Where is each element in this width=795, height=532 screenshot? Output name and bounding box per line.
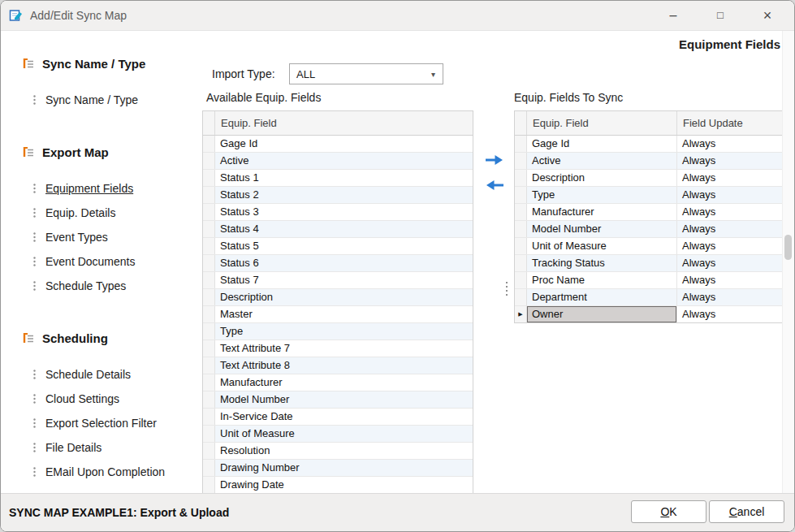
grip-icon[interactable] — [506, 282, 508, 296]
transfer-left-icon — [484, 179, 505, 192]
sync-update-column-header[interactable]: Field Update — [677, 111, 785, 135]
sidebar-item-label: Export Selection Filter — [45, 417, 157, 430]
sync-row[interactable]: ActiveAlways — [515, 153, 785, 170]
available-row[interactable]: Active — [203, 153, 473, 170]
sync-row[interactable]: TypeAlways — [515, 187, 785, 204]
sidebar-item[interactable]: Event Types — [1, 225, 202, 249]
available-row[interactable]: Status 5 — [203, 238, 473, 255]
row-indicator — [515, 289, 527, 305]
row-indicator — [515, 187, 527, 203]
sync-row[interactable]: Tracking StatusAlways — [515, 255, 785, 272]
sidebar-item[interactable]: File Details — [1, 435, 202, 460]
available-row[interactable]: In-Service Date — [203, 409, 473, 426]
equip-field-cell: Tracking Status — [527, 255, 677, 271]
available-row[interactable]: Gage Id — [203, 136, 473, 153]
row-indicator — [515, 238, 527, 254]
available-row[interactable]: Drawing Date — [203, 477, 473, 494]
sidebar-section-header: Export Map — [1, 140, 202, 164]
sync-table-body: Gage IdAlwaysActiveAlwaysDescriptionAlwa… — [515, 136, 785, 323]
row-indicator — [515, 204, 527, 220]
footer-bar: SYNC MAP EXAMPLE1: Export & Upload OK Ca… — [1, 493, 794, 531]
sync-row[interactable]: ManufacturerAlways — [515, 204, 785, 221]
scrollbar-thumb[interactable] — [784, 235, 792, 260]
sync-row[interactable]: Proc NameAlways — [515, 272, 785, 289]
available-row[interactable]: Text Attribute 8 — [203, 357, 473, 374]
header-indicator-cell — [203, 111, 215, 135]
row-indicator — [203, 374, 215, 391]
sync-row[interactable]: DepartmentAlways — [515, 289, 785, 306]
move-right-button[interactable] — [483, 154, 506, 168]
sidebar-item-label: Equip. Details — [45, 206, 115, 219]
available-row[interactable]: Manufacturer — [203, 374, 473, 391]
minimize-icon[interactable]: – — [650, 1, 697, 30]
sync-row[interactable]: Unit of MeasureAlways — [515, 238, 785, 255]
sidebar-item[interactable]: Export Selection Filter — [1, 411, 202, 435]
sidebar-item[interactable]: Schedule Types — [1, 274, 202, 298]
tree-item-icon — [32, 417, 37, 429]
sync-table-caption: Equip. Fields To Sync — [514, 91, 623, 109]
sync-row[interactable]: DescriptionAlways — [515, 170, 785, 187]
available-row[interactable]: Text Attribute 7 — [203, 340, 473, 357]
row-indicator — [203, 255, 215, 271]
available-column-header[interactable]: Equip. Field — [215, 111, 473, 135]
panel-title: Equipment Fields — [679, 37, 780, 51]
available-row[interactable]: Status 2 — [203, 187, 473, 204]
ok-button[interactable]: OK — [631, 500, 706, 523]
equip-field-cell: Manufacturer — [215, 374, 473, 391]
import-type-dropdown[interactable]: ALL ▾ — [289, 63, 443, 84]
row-indicator — [515, 136, 527, 152]
available-row[interactable]: Type — [203, 323, 473, 340]
row-indicator — [203, 477, 215, 493]
available-row[interactable]: Unit of Measure — [203, 426, 473, 443]
tree-section-icon — [23, 146, 35, 158]
sync-field-column-header[interactable]: Equip. Field — [527, 111, 677, 135]
sidebar-item[interactable]: Cloud Settings — [1, 387, 202, 411]
sidebar-item-label: Event Types — [45, 231, 108, 244]
equip-field-cell: Status 4 — [215, 221, 473, 237]
available-row[interactable]: Status 4 — [203, 221, 473, 238]
dropdown-caret-icon: ▾ — [431, 70, 443, 79]
sidebar-item-label: Cloud Settings — [45, 392, 119, 405]
available-row[interactable]: Status 7 — [203, 272, 473, 289]
sidebar-item[interactable]: Equip. Details — [1, 201, 202, 225]
field-update-cell: Always — [677, 204, 785, 220]
available-table-header: Equip. Field — [203, 111, 473, 136]
row-indicator — [203, 323, 215, 340]
sync-row[interactable]: Model NumberAlways — [515, 221, 785, 238]
cancel-button[interactable]: Cancel — [709, 500, 784, 523]
titlebar: Add/Edit Sync Map – □ × — [1, 1, 794, 31]
available-row[interactable]: Model Number — [203, 391, 473, 409]
sidebar-item[interactable]: EMail Upon Completion — [1, 460, 202, 484]
move-left-button[interactable] — [483, 179, 506, 193]
tree-item-icon — [32, 369, 37, 380]
row-indicator — [515, 272, 527, 288]
sidebar-item-label: EMail Upon Completion — [45, 465, 165, 478]
close-icon[interactable]: × — [744, 1, 791, 30]
field-update-cell: Always — [677, 272, 785, 288]
equip-field-cell: Text Attribute 7 — [215, 340, 473, 357]
maximize-icon[interactable]: □ — [697, 1, 744, 30]
available-row[interactable]: Status 3 — [203, 204, 473, 221]
available-row[interactable]: Status 1 — [203, 170, 473, 187]
equip-field-cell: Description — [527, 170, 677, 186]
equip-field-cell: Resolution — [215, 443, 473, 459]
field-update-cell: Always — [677, 136, 785, 152]
available-row[interactable]: Master — [203, 306, 473, 323]
available-row[interactable]: Status 6 — [203, 255, 473, 272]
vertical-scrollbar[interactable] — [782, 31, 794, 493]
status-text: SYNC MAP EXAMPLE1: Export & Upload — [9, 494, 229, 531]
sync-row[interactable]: ▶OwnerAlways — [515, 306, 785, 323]
sidebar-item[interactable]: Event Documents — [1, 249, 202, 274]
available-row[interactable]: Description — [203, 289, 473, 306]
equip-field-cell: Master — [215, 306, 473, 322]
equip-field-cell: Type — [527, 187, 677, 203]
sidebar-item[interactable]: Equipment Fields — [1, 176, 202, 201]
equip-field-cell: Drawing Number — [215, 460, 473, 476]
available-row[interactable]: Resolution — [203, 443, 473, 460]
available-row[interactable]: Drawing Number — [203, 460, 473, 477]
equip-field-cell: In-Service Date — [215, 409, 473, 425]
sidebar-item[interactable]: Schedule Details — [1, 362, 202, 387]
sync-row[interactable]: Gage IdAlways — [515, 136, 785, 153]
sidebar-item[interactable]: Sync Name / Type — [1, 88, 202, 112]
sidebar-item-label: Schedule Details — [45, 368, 131, 381]
